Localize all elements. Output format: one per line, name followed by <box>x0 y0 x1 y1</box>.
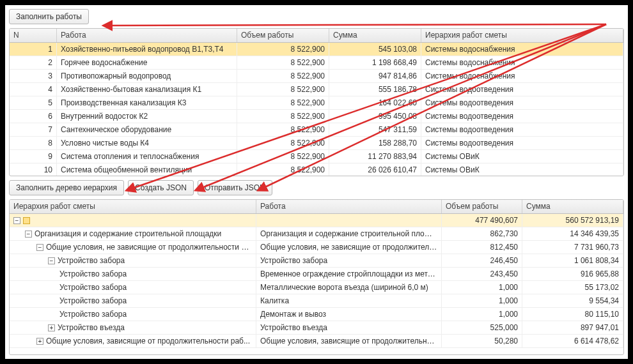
cell-volume: 812,450 <box>442 241 522 254</box>
tree-row[interactable]: −Устройство забораУстройство забора246,4… <box>10 254 623 268</box>
cell-sum: 158 288,70 <box>329 137 421 149</box>
cell-work: Устройство въезда <box>256 321 442 334</box>
toolbar-top: Заполнить работы <box>5 5 628 28</box>
cell-sum: 547 311,59 <box>329 123 421 136</box>
tree-toggle-icon[interactable]: + <box>48 324 55 331</box>
cell-hierarchy: −Общие условия, не зависящие от продолжи… <box>10 241 256 254</box>
tree-row[interactable]: −477 490,607560 572 913,19 <box>10 214 623 227</box>
cell-n: 1 <box>10 43 57 56</box>
cell-volume: 243,450 <box>442 268 522 280</box>
cell-volume: 1,000 <box>442 281 522 294</box>
cell-hierarchy: Системы водоснабжения <box>421 70 623 82</box>
cell-work: Сантехническое оборудование <box>57 123 237 136</box>
works-body[interactable]: 1Хозяйственно-питьевой водопровод В1,Т3,… <box>10 43 623 176</box>
col-volume2[interactable]: Объем работы <box>442 200 522 213</box>
app-frame: Заполнить работы N Работа Объем работы С… <box>5 5 628 359</box>
tree-row[interactable]: Устройство забораВременное ограждение ст… <box>10 268 623 281</box>
cell-n: 6 <box>10 110 57 123</box>
tree-row[interactable]: Устройство забораДемонтаж и вывоз1,00080… <box>10 308 623 321</box>
table-row[interactable]: 7Сантехническое оборудование8 522,900547… <box>10 123 623 137</box>
col-sum[interactable]: Сумма <box>329 29 421 42</box>
cell-hierarchy: Системы водоотведения <box>421 83 623 96</box>
tree-root-icon <box>23 217 30 224</box>
cell-volume: 1,000 <box>442 294 522 307</box>
table-row[interactable]: 1Хозяйственно-питьевой водопровод В1,Т3,… <box>10 43 623 56</box>
tree-toggle-icon[interactable]: − <box>48 257 55 264</box>
send-json-button[interactable]: Отправить JSON <box>198 180 272 195</box>
tree-row[interactable]: −Общие условия, не зависящие от продолжи… <box>10 241 623 254</box>
col-hierarchy[interactable]: Иерархия работ сметы <box>421 29 623 42</box>
cell-volume: 8 522,900 <box>237 163 329 176</box>
table-row[interactable]: 10Система общеобменной вентиляции8 522,9… <box>10 163 623 176</box>
cell-hierarchy: Системы ОВиК <box>421 150 623 163</box>
col-work2[interactable]: Работа <box>256 200 442 213</box>
cell-work: Общие условия, не зависящие от продолжит… <box>256 241 442 254</box>
tree-row[interactable]: Устройство забораМеталлические ворота въ… <box>10 281 623 294</box>
create-json-button[interactable]: Создать JSON <box>128 180 194 195</box>
cell-work: Противопожарный водопровод <box>57 70 237 82</box>
cell-volume: 8 522,900 <box>237 56 329 69</box>
table-row[interactable]: 9Система отопления и теплоснабжения8 522… <box>10 150 623 163</box>
hierarchy-header-row: Иерархия работ сметы Работа Объем работы… <box>10 200 623 214</box>
table-row[interactable]: 3Противопожарный водопровод8 522,900947 … <box>10 70 623 83</box>
cell-n: 10 <box>10 163 57 176</box>
cell-work: Демонтаж и вывоз <box>256 308 442 321</box>
cell-volume: 862,730 <box>442 227 522 240</box>
tree-toggle-icon[interactable]: + <box>36 338 43 345</box>
cell-volume: 8 522,900 <box>237 96 329 109</box>
cell-sum: 14 346 439,35 <box>522 227 623 240</box>
cell-hierarchy: Системы водоотведения <box>421 123 623 136</box>
cell-sum: 555 186,78 <box>329 83 421 96</box>
tree-toggle-icon[interactable]: − <box>13 217 20 224</box>
cell-volume: 477 490,607 <box>442 214 522 227</box>
tree-toggle-icon[interactable]: − <box>36 244 43 251</box>
cell-hierarchy: Системы ОВиК <box>421 163 623 176</box>
cell-work: Условно чистые воды К4 <box>57 137 237 149</box>
cell-volume: 8 522,900 <box>237 70 329 82</box>
fill-tree-button[interactable]: Заполнить дерево иерархия <box>9 180 124 195</box>
cell-sum: 164 022,60 <box>329 96 421 109</box>
cell-sum: 560 572 913,19 <box>522 214 623 227</box>
cell-hierarchy: Системы водоотведения <box>421 110 623 123</box>
cell-work: Система отопления и теплоснабжения <box>57 150 237 163</box>
table-row[interactable]: 4Хозяйственно-бытовая канализация К18 52… <box>10 83 623 96</box>
cell-n: 3 <box>10 70 57 82</box>
cell-hierarchy: Устройство забора <box>10 308 256 321</box>
tree-row[interactable]: −Организация и содержание строительной п… <box>10 227 623 241</box>
tree-toggle-icon[interactable]: − <box>25 231 32 238</box>
tree-row[interactable]: Устройство забораКалитка1,0009 554,34 <box>10 294 623 308</box>
cell-volume: 8 522,900 <box>237 123 329 136</box>
cell-hierarchy: +Устройство въезда <box>10 321 256 334</box>
hierarchy-grid: Иерархия работ сметы Работа Объем работы… <box>9 199 624 355</box>
table-row[interactable]: 5Производственная канализация К38 522,90… <box>10 96 623 110</box>
cell-volume: 8 522,900 <box>237 150 329 163</box>
cell-work: Устройство забора <box>256 254 442 267</box>
table-row[interactable]: 2Горячее водоснабжение8 522,9001 198 668… <box>10 56 623 70</box>
cell-work: Хозяйственно-питьевой водопровод В1,Т3,Т… <box>57 43 237 56</box>
cell-volume: 1,000 <box>442 308 522 321</box>
cell-volume: 8 522,900 <box>237 43 329 56</box>
cell-work: Внутренний водосток К2 <box>57 110 237 123</box>
col-sum2[interactable]: Сумма <box>522 200 623 213</box>
cell-hierarchy: Системы водоотведения <box>421 96 623 109</box>
hierarchy-body[interactable]: −477 490,607560 572 913,19−Организация и… <box>10 214 623 354</box>
fill-works-button[interactable]: Заполнить работы <box>9 9 89 24</box>
toolbar-mid: Заполнить дерево иерархия Создать JSON О… <box>5 180 628 199</box>
col-n[interactable]: N <box>10 29 57 42</box>
cell-work: Система общеобменной вентиляции <box>57 163 237 176</box>
table-row[interactable]: 8Условно чистые воды К48 522,900158 288,… <box>10 137 623 150</box>
cell-volume: 50,280 <box>442 335 522 347</box>
works-header-row: N Работа Объем работы Сумма Иерархия раб… <box>10 29 623 43</box>
table-row[interactable]: 6Внутренний водосток К28 522,900995 450,… <box>10 110 623 123</box>
col-hierarchy2[interactable]: Иерархия работ сметы <box>10 200 256 213</box>
cell-work: Калитка <box>256 294 442 307</box>
tree-row[interactable]: +Общие условия, зависящие от продолжител… <box>10 335 623 348</box>
cell-volume: 8 522,900 <box>237 83 329 96</box>
cell-n: 8 <box>10 137 57 149</box>
cell-hierarchy: −Организация и содержание строительной п… <box>10 227 256 240</box>
cell-sum: 916 965,88 <box>522 268 623 280</box>
col-volume[interactable]: Объем работы <box>237 29 329 42</box>
cell-sum: 1 198 668,49 <box>329 56 421 69</box>
col-work[interactable]: Работа <box>57 29 237 42</box>
tree-row[interactable]: +Устройство въездаУстройство въезда525,0… <box>10 321 623 335</box>
